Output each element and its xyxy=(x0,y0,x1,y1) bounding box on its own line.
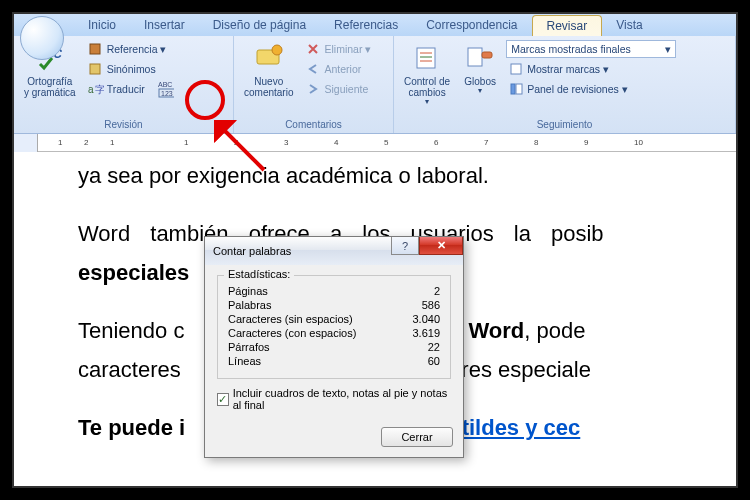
track-changes-button[interactable]: Control de cambios ▾ xyxy=(400,40,454,118)
doc-text: Teniendo c xyxy=(78,318,184,343)
research-button[interactable]: Referencia ▾ xyxy=(86,40,176,58)
book-icon xyxy=(88,41,104,57)
ribbon-tabs-bar: Inicio Insertar Diseño de página Referen… xyxy=(14,14,736,36)
balloons-icon xyxy=(464,42,496,74)
stat-val: 586 xyxy=(394,299,440,311)
tab-vista[interactable]: Vista xyxy=(602,15,656,36)
close-icon: ✕ xyxy=(437,239,446,252)
ruler-tick: 9 xyxy=(584,138,588,147)
ruler-tick: 1 xyxy=(184,138,188,147)
stat-row: Párrafos22 xyxy=(228,340,440,354)
translate-button[interactable]: a字 Traducir ABC123 xyxy=(86,80,176,98)
stat-row: Caracteres (sin espacios)3.040 xyxy=(228,312,440,326)
delete-comment-button: Eliminar ▾ xyxy=(303,40,373,58)
svg-rect-1 xyxy=(90,44,100,54)
doc-text: teres especiale xyxy=(443,357,591,382)
dropdown-icon: ▾ xyxy=(665,43,671,55)
stat-key: Caracteres (con espacios) xyxy=(228,327,356,339)
svg-rect-18 xyxy=(516,84,522,94)
dialog-close-button[interactable]: Cerrar xyxy=(381,427,453,447)
delete-comment-label: Eliminar xyxy=(324,43,362,55)
prev-comment-button: Anterior xyxy=(303,60,373,78)
display-review-label: Marcas mostradas finales xyxy=(511,43,631,55)
stat-key: Líneas xyxy=(228,355,261,367)
ruler-tick: 7 xyxy=(484,138,488,147)
horizontal-ruler[interactable]: 1 2 1 1 2 3 4 5 6 7 8 9 10 xyxy=(14,134,736,152)
spell-check-label: Ortografía y gramática xyxy=(24,76,76,98)
word-count-icon[interactable]: ABC123 xyxy=(158,81,174,97)
include-footnotes-checkbox[interactable]: ✓ Incluir cuadros de texto, notas al pie… xyxy=(217,387,451,411)
next-icon xyxy=(305,81,321,97)
group-label-proofing: Revisión xyxy=(20,118,227,131)
dialog-title: Contar palabras xyxy=(213,245,291,257)
balloons-button[interactable]: Globos ▾ xyxy=(460,40,500,118)
svg-text:a: a xyxy=(88,84,94,95)
stat-key: Párrafos xyxy=(228,341,270,353)
new-comment-icon xyxy=(253,42,285,74)
svg-point-9 xyxy=(272,45,282,55)
svg-rect-16 xyxy=(511,64,521,74)
stat-key: Caracteres (sin espacios) xyxy=(228,313,353,325)
tab-diseno[interactable]: Diseño de página xyxy=(199,15,320,36)
review-pane-label: Panel de revisiones xyxy=(527,83,619,95)
doc-text: , pode xyxy=(524,318,585,343)
stat-key: Páginas xyxy=(228,285,268,297)
dropdown-icon: ▾ xyxy=(478,87,482,96)
stat-val: 2 xyxy=(394,285,440,297)
word-count-dialog: Contar palabras ? ✕ Estadísticas: Página… xyxy=(204,236,464,458)
tab-insertar[interactable]: Insertar xyxy=(130,15,199,36)
dropdown-icon: ▾ xyxy=(425,98,429,107)
svg-rect-15 xyxy=(482,52,492,58)
tab-inicio[interactable]: Inicio xyxy=(74,15,130,36)
ruler-tick: 3 xyxy=(284,138,288,147)
tab-referencias[interactable]: Referencias xyxy=(320,15,412,36)
review-pane-icon xyxy=(508,81,524,97)
dialog-titlebar[interactable]: Contar palabras ? ✕ xyxy=(205,237,463,265)
annotation-circle xyxy=(185,80,225,120)
review-pane-button[interactable]: Panel de revisiones ▾ xyxy=(506,80,729,98)
dropdown-icon: ▾ xyxy=(622,83,628,95)
prev-comment-label: Anterior xyxy=(324,63,361,75)
thesaurus-button[interactable]: Sinónimos xyxy=(86,60,176,78)
stat-row: Páginas2 xyxy=(228,284,440,298)
delete-icon xyxy=(305,41,321,57)
ruler-tick: 1 xyxy=(110,138,114,147)
dialog-close-x-button[interactable]: ✕ xyxy=(419,237,463,255)
ruler-tick: 4 xyxy=(334,138,338,147)
ruler-tick: 8 xyxy=(534,138,538,147)
ruler-left-box xyxy=(14,134,38,152)
ruler-tick: 6 xyxy=(434,138,438,147)
tab-correspondencia[interactable]: Correspondencia xyxy=(412,15,531,36)
stat-val: 60 xyxy=(394,355,440,367)
new-comment-button[interactable]: Nuevo comentario xyxy=(240,40,297,118)
translate-label: Traducir xyxy=(107,83,145,95)
ruler-tick: 5 xyxy=(384,138,388,147)
doc-text: caracteres xyxy=(78,357,181,382)
doc-line: ya sea por exigencia académica o laboral… xyxy=(78,156,716,196)
thesaurus-label: Sinónimos xyxy=(107,63,156,75)
ribbon: ABC Ortografía y gramática Referencia ▾ … xyxy=(14,36,736,134)
ruler-ticks: 1 2 1 1 2 3 4 5 6 7 8 9 10 xyxy=(44,134,736,151)
dropdown-icon: ▾ xyxy=(365,43,371,55)
stat-val: 22 xyxy=(394,341,440,353)
stats-legend: Estadísticas: xyxy=(224,268,294,280)
dialog-help-button[interactable]: ? xyxy=(391,237,419,255)
markup-icon xyxy=(508,61,524,77)
group-label-tracking: Seguimiento xyxy=(400,118,729,131)
display-review-dropdown[interactable]: Marcas mostradas finales ▾ xyxy=(506,40,676,58)
checkbox-label: Incluir cuadros de texto, notas al pie y… xyxy=(233,387,451,411)
translate-icon: a字 xyxy=(88,81,104,97)
svg-text:字: 字 xyxy=(95,84,104,95)
help-icon: ? xyxy=(402,240,408,252)
show-markup-button[interactable]: Mostrar marcas ▾ xyxy=(506,60,729,78)
dropdown-icon: ▾ xyxy=(160,43,166,55)
tab-revisar[interactable]: Revisar xyxy=(532,15,603,36)
track-changes-label: Control de cambios xyxy=(404,76,450,98)
track-changes-icon xyxy=(411,42,443,74)
office-button[interactable] xyxy=(20,16,64,60)
thesaurus-icon xyxy=(88,61,104,77)
checkbox-icon: ✓ xyxy=(217,393,229,406)
doc-text: Te puede i xyxy=(78,415,185,440)
stat-row: Palabras586 xyxy=(228,298,440,312)
stat-key: Palabras xyxy=(228,299,271,311)
